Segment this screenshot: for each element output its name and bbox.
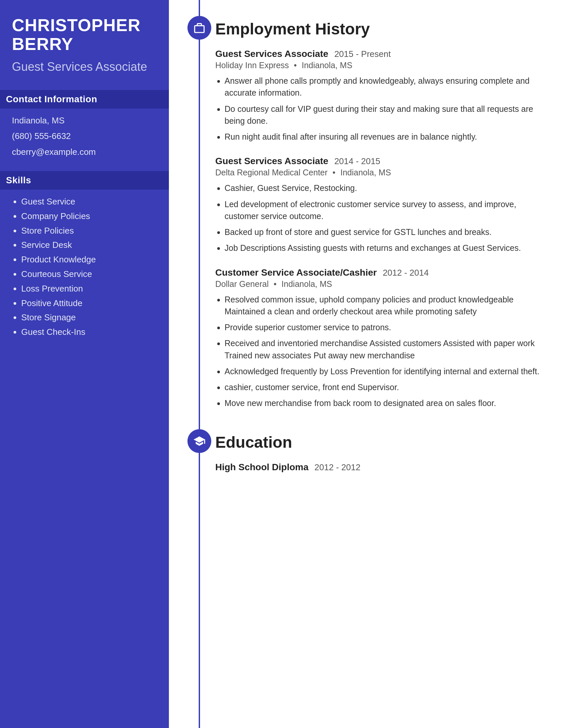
bullet-1-2: Do courtesy call for VIP guest during th… (224, 103, 543, 127)
job-dates-3: 2012 - 2014 (383, 268, 429, 278)
skill-item-6: Courteous Service (21, 269, 157, 280)
bullet-3-5: cashier, customer service, front end Sup… (224, 381, 543, 393)
contact-email: cberry@example.com (12, 147, 157, 158)
job-company-1: Holiday Inn Express • Indianola, MS (215, 61, 543, 70)
contact-section-header: Contact Information (0, 90, 169, 109)
job-bullets-2: Cashier, Guest Service, Restocking. Led … (215, 182, 543, 254)
job-title-1: Guest Services Associate (215, 49, 328, 59)
job-dates-2: 2014 - 2015 (334, 156, 380, 166)
contact-location: Indianola, MS (12, 115, 157, 126)
job-block-2: Guest Services Associate 2014 - 2015 Del… (215, 156, 543, 254)
bullet-2-1: Cashier, Guest Service, Restocking. (224, 182, 543, 194)
bullet-2-3: Backed up front of store and guest servi… (224, 226, 543, 238)
contact-info-section: Indianola, MS (680) 555-6632 cberry@exam… (12, 115, 157, 158)
edu-degree-1: High School Diploma (215, 462, 309, 473)
candidate-name: CHRISTOPHER BERRY (12, 16, 157, 54)
edu-dates-1: 2012 - 2012 (315, 462, 361, 473)
skill-item-4: Service Desk (21, 240, 157, 251)
graduation-icon (193, 435, 206, 447)
skill-item-3: Store Policies (21, 225, 157, 237)
skill-item-7: Loss Prevention (21, 283, 157, 295)
skill-item-10: Guest Check-Ins (21, 327, 157, 338)
job-bullets-3: Resolved common issue, uphold company po… (215, 294, 543, 409)
education-section: Education High School Diploma 2012 - 201… (169, 429, 543, 473)
job-header-1: Guest Services Associate 2015 - Present (215, 49, 543, 59)
job-header-2: Guest Services Associate 2014 - 2015 (215, 156, 543, 166)
skills-section-header: Skills (0, 171, 169, 190)
bullet-3-4: Acknowledged frequently by Loss Preventi… (224, 365, 543, 377)
job-bullets-1: Answer all phone calls promptly and know… (215, 75, 543, 143)
job-block-3: Customer Service Associate/Cashier 2012 … (215, 267, 543, 409)
education-section-title: Education (215, 429, 543, 451)
skill-item-9: Store Signage (21, 312, 157, 323)
edu-header-1: High School Diploma 2012 - 2012 (215, 462, 543, 473)
bullet-3-3: Received and inventoried merchandise Ass… (224, 337, 543, 361)
bullet-3-2: Provide superior customer service to pat… (224, 321, 543, 333)
bullet-1-3: Run night audit final after insuring all… (224, 131, 543, 143)
skills-list: Guest Service Company Policies Store Pol… (12, 196, 157, 338)
bullet-2-4: Job Descriptions Assisting guests with r… (224, 242, 543, 254)
bullet-1-1: Answer all phone calls promptly and know… (224, 75, 543, 99)
job-title-2: Guest Services Associate (215, 156, 328, 166)
job-block-1: Guest Services Associate 2015 - Present … (215, 49, 543, 143)
bullet-3-6: Move new merchandise from back room to d… (224, 397, 543, 409)
skill-item-8: Positive Attitude (21, 298, 157, 309)
skill-item-2: Company Policies (21, 211, 157, 222)
skill-item-5: Product Knowledge (21, 254, 157, 265)
skills-section: Guest Service Company Policies Store Pol… (12, 196, 157, 338)
sidebar: CHRISTOPHER BERRY Guest Services Associa… (0, 0, 169, 728)
employment-icon-circle (187, 16, 211, 40)
job-title-3: Customer Service Associate/Cashier (215, 267, 377, 278)
job-company-2: Delta Regional Medical Center • Indianol… (215, 168, 543, 177)
edu-block-1: High School Diploma 2012 - 2012 (215, 462, 543, 473)
briefcase-icon (193, 22, 206, 34)
main-content: Employment History Guest Services Associ… (169, 0, 563, 728)
job-dates-1: 2015 - Present (334, 49, 391, 59)
job-header-3: Customer Service Associate/Cashier 2012 … (215, 267, 543, 278)
job-company-3: Dollar General • Indianola, MS (215, 279, 543, 289)
education-icon-circle (187, 429, 211, 453)
employment-section: Employment History Guest Services Associ… (169, 16, 543, 409)
employment-section-title: Employment History (215, 16, 543, 38)
bullet-3-1: Resolved common issue, uphold company po… (224, 294, 543, 318)
candidate-job-title: Guest Services Associate (12, 60, 157, 74)
skill-item-1: Guest Service (21, 196, 157, 207)
contact-phone: (680) 555-6632 (12, 131, 157, 142)
bullet-2-2: Led development of electronic customer s… (224, 198, 543, 222)
